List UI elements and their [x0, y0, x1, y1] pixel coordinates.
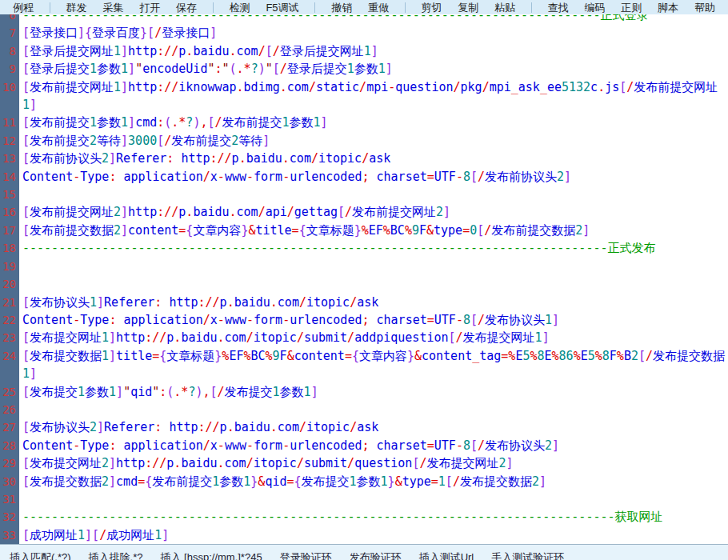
line-content[interactable]: [发布前提交2等待]3000[/发布前提交2等待]	[19, 132, 728, 150]
toolbar-button-13[interactable]: 编码	[585, 1, 606, 15]
line-content[interactable]: Content-Type: application/x-www-form-url…	[19, 437, 728, 454]
editor-lines: 6---------------------------------------…	[0, 14, 728, 544]
line-content[interactable]: [成功网址1][/成功网址1]	[19, 526, 728, 544]
toolbar-button-3[interactable]: 打开	[139, 1, 160, 15]
toolbar-separator	[531, 2, 532, 13]
toolbar-button-1[interactable]: 群发	[66, 1, 87, 15]
editor-line[interactable]: 12[发布前提交2等待]3000[/发布前提交2等待]	[0, 132, 728, 150]
quick-insert-button-6[interactable]: 手入测试验证环	[491, 550, 564, 560]
toolbar-button-16[interactable]: 帮助	[694, 1, 715, 15]
line-content[interactable]: [发布前提交网址2]http://p.baidu.com/api/gettag[…	[19, 203, 728, 221]
quick-insert-button-0[interactable]: 插入匹配(.*?)	[10, 550, 71, 560]
line-number: 29	[0, 454, 19, 472]
line-content[interactable]: [发布提交网址2]http://p.baidu.com/itopic/submi…	[19, 454, 728, 472]
line-content[interactable]: [发布提交数据1]title={文章标题}%EF%BC%9F&content={…	[19, 347, 728, 383]
line-number: 14	[0, 168, 19, 186]
toolbar-button-5[interactable]: 检测	[230, 1, 250, 15]
editor-line[interactable]: 26	[0, 401, 728, 418]
line-number: 9	[0, 60, 19, 78]
toolbar-button-15[interactable]: 脚本	[658, 1, 678, 15]
line-content[interactable]: [发布提交数据2]cmd={发布前提交1参数1}&qid={发布提交1参数1}&…	[19, 473, 728, 490]
editor-line[interactable]: 13[发布前协议头2]Referer: http://p.baidu.com/i…	[0, 150, 728, 167]
line-content[interactable]: [发布提交网址1]http://p.baidu.com/itopic/submi…	[19, 329, 728, 346]
quick-insert-button-5[interactable]: 插入测试Url	[419, 550, 474, 560]
line-content[interactable]: [发布前提交1参数1]cmd:(.*?),[/发布前提交1参数1]	[19, 114, 728, 131]
line-content[interactable]: [发布前提交数据2]content={文章内容}&title={文章标题}%EF…	[19, 222, 728, 239]
line-content[interactable]: [登录后提交网址1]http://p.baidu.com/[/登录后提交网址1]	[19, 42, 728, 60]
line-content[interactable]: [发布前提交网址1]http://iknowwap.bdimg.com/stat…	[19, 78, 728, 114]
toolbar-button-0[interactable]: 例程	[13, 1, 34, 15]
line-number: 7	[0, 24, 19, 42]
editor-line[interactable]: 21[发布协议头1]Referer: http://p.baidu.com/it…	[0, 294, 728, 311]
editor-line[interactable]: 16[发布前提交网址2]http://p.baidu.com/api/getta…	[0, 203, 728, 221]
editor-line[interactable]: 24[发布提交数据1]title={文章标题}%EF%BC%9F&content…	[0, 347, 728, 383]
toolbar-button-11[interactable]: 粘贴	[494, 1, 515, 15]
toolbar-button-7[interactable]: 撤销	[331, 1, 352, 15]
line-content[interactable]: [登录后提交1参数1]"encodeUid":"(.*?)"[/登录后提交1参数…	[19, 60, 728, 78]
editor-line[interactable]: 23[发布提交网址1]http://p.baidu.com/itopic/sub…	[0, 329, 728, 346]
editor-line[interactable]: 8[登录后提交网址1]http://p.baidu.com/[/登录后提交网址1…	[0, 42, 728, 60]
toolbar-button-8[interactable]: 重做	[368, 1, 389, 15]
editor-line[interactable]: 31	[0, 490, 728, 508]
editor-line[interactable]: 14Content-Type: application/x-www-form-u…	[0, 168, 728, 186]
toolbar-button-6[interactable]: F5调试	[266, 1, 298, 15]
editor-line[interactable]: 28Content-Type: application/x-www-form-u…	[0, 437, 728, 454]
line-content[interactable]	[19, 275, 728, 293]
line-content[interactable]: [发布协议头2]Referer: http://p.baidu.com/itop…	[19, 418, 728, 436]
editor-line[interactable]: 18--------------------------------------…	[0, 239, 728, 257]
line-content[interactable]: Content-Type: application/x-www-form-url…	[19, 311, 728, 329]
line-number: 32	[0, 508, 19, 526]
toolbar-button-4[interactable]: 保存	[176, 1, 197, 15]
quick-insert-button-1[interactable]: 插入排除.*?	[89, 550, 143, 560]
editor-line[interactable]: 15	[0, 186, 728, 203]
line-number: 15	[0, 186, 19, 203]
line-number: 13	[0, 150, 19, 167]
editor[interactable]: 6---------------------------------------…	[0, 14, 728, 544]
line-number: 8	[0, 42, 19, 60]
quick-insert-button-4[interactable]: 发布验证环	[350, 550, 402, 560]
line-number: 6	[0, 14, 19, 24]
editor-line[interactable]: 11[发布前提交1参数1]cmd:(.*?),[/发布前提交1参数1]	[0, 114, 728, 131]
line-content[interactable]: ----------------------------------------…	[19, 239, 728, 257]
editor-line[interactable]: 27[发布协议头2]Referer: http://p.baidu.com/it…	[0, 418, 728, 436]
line-content[interactable]: ----------------------------------------…	[19, 14, 728, 24]
editor-line[interactable]: 9[登录后提交1参数1]"encodeUid":"(.*?)"[/登录后提交1参…	[0, 60, 728, 78]
line-content[interactable]: [发布前协议头2]Referer: http://p.baidu.com/ito…	[19, 150, 728, 167]
line-number: 17	[0, 222, 19, 239]
line-content[interactable]	[19, 490, 728, 508]
toolbar-button-10[interactable]: 复制	[458, 1, 478, 15]
toolbar-separator	[213, 2, 214, 13]
line-number: 23	[0, 329, 19, 346]
editor-line[interactable]: 17[发布前提交数据2]content={文章内容}&title={文章标题}%…	[0, 222, 728, 239]
line-content[interactable]: Content-Type: application/x-www-form-url…	[19, 168, 728, 186]
editor-line[interactable]: 32--------------------------------------…	[0, 508, 728, 526]
editor-line[interactable]: 20	[0, 275, 728, 293]
line-content[interactable]: ----------------------------------------…	[19, 508, 728, 526]
editor-line[interactable]: 30[发布提交数据2]cmd={发布前提交1参数1}&qid={发布提交1参数1…	[0, 473, 728, 490]
line-content[interactable]	[19, 401, 728, 418]
line-number: 25	[0, 383, 19, 401]
editor-line[interactable]: 10[发布前提交网址1]http://iknowwap.bdimg.com/st…	[0, 78, 728, 114]
toolbar-button-14[interactable]: 正则	[621, 1, 642, 15]
line-content[interactable]	[19, 186, 728, 203]
editor-line[interactable]: 25[发布提交1参数1]"qid":(.*?),[/发布提交1参数1]	[0, 383, 728, 401]
line-number: 27	[0, 418, 19, 436]
editor-line[interactable]: 19	[0, 258, 728, 275]
toolbar-button-9[interactable]: 剪切	[422, 1, 442, 15]
editor-line[interactable]: 7[登录接口]{登录百度}[/登录接口]	[0, 24, 728, 42]
line-content[interactable]: [发布协议头1]Referer: http://p.baidu.com/itop…	[19, 294, 728, 311]
quick-insert-button-2[interactable]: 插入 [hssp://mm.]*?45	[160, 550, 262, 560]
toolbar-button-2[interactable]: 采集	[102, 1, 123, 15]
toolbar-button-12[interactable]: 查找	[548, 1, 569, 15]
editor-line[interactable]: 33[成功网址1][/成功网址1]	[0, 526, 728, 544]
quick-insert-button-3[interactable]: 登录验证环	[280, 550, 332, 560]
line-number: 26	[0, 401, 19, 418]
line-number: 18	[0, 239, 19, 257]
line-content[interactable]	[19, 258, 728, 275]
toolbar-separator	[314, 2, 315, 13]
line-content[interactable]: [登录接口]{登录百度}[/登录接口]	[19, 24, 728, 42]
editor-line[interactable]: 6---------------------------------------…	[0, 14, 728, 24]
editor-line[interactable]: 29[发布提交网址2]http://p.baidu.com/itopic/sub…	[0, 454, 728, 472]
line-content[interactable]: [发布提交1参数1]"qid":(.*?),[/发布提交1参数1]	[19, 383, 728, 401]
editor-line[interactable]: 22Content-Type: application/x-www-form-u…	[0, 311, 728, 329]
